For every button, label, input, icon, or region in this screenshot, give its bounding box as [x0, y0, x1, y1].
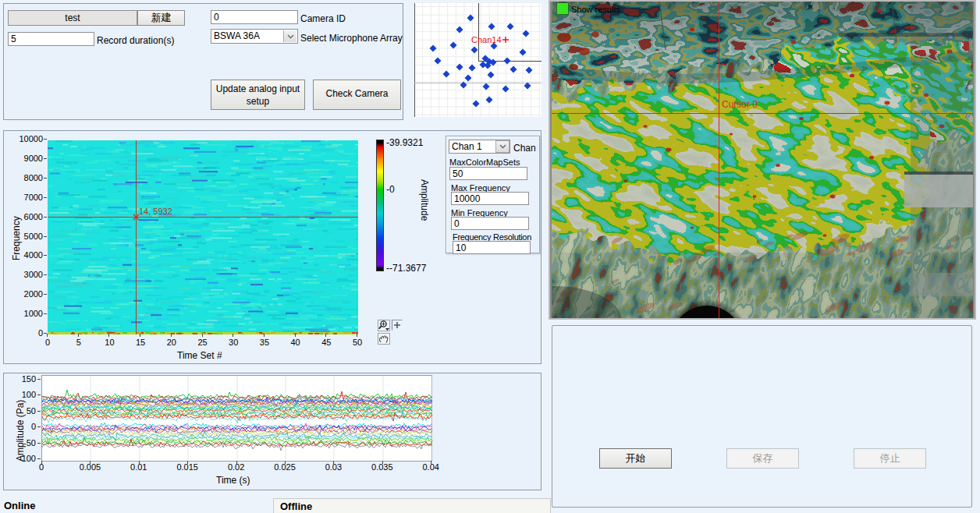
svg-text:Chan14: Chan14 [471, 35, 502, 44]
